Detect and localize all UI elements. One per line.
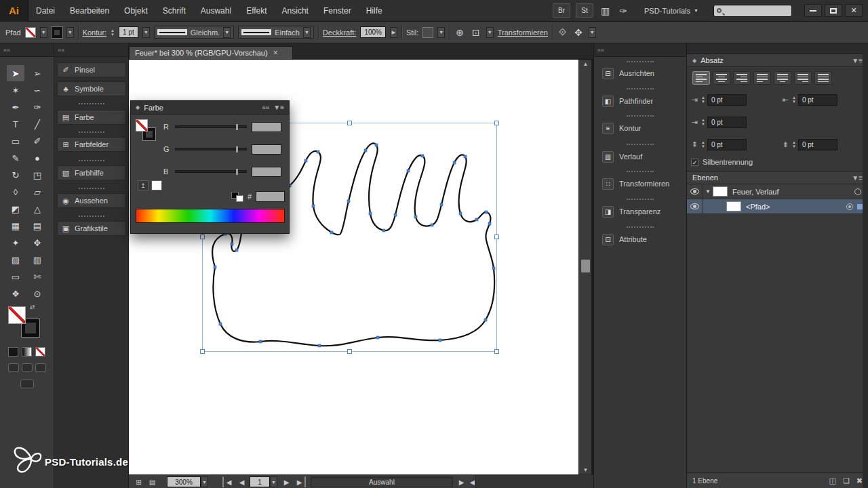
- align-right-button[interactable]: [733, 71, 751, 85]
- close-button[interactable]: ✕: [845, 4, 863, 17]
- stepper-icon[interactable]: ▲▼: [701, 140, 705, 148]
- dock-grip[interactable]: [627, 199, 654, 200]
- target-circle-selected-icon[interactable]: [846, 203, 853, 210]
- justify-last-center-button[interactable]: [774, 71, 791, 85]
- maximize-button[interactable]: [825, 4, 842, 17]
- handle-middle-left[interactable]: [200, 235, 205, 239]
- panel-button-verlauf[interactable]: ▥ Verlauf: [598, 148, 684, 165]
- gradient-button[interactable]: [22, 347, 32, 357]
- dock-grip[interactable]: [627, 115, 654, 117]
- prev-artboard-icon[interactable]: ◀: [236, 476, 248, 487]
- visibility-cell[interactable]: [687, 184, 703, 199]
- align-center-button[interactable]: [713, 71, 730, 85]
- isolate-icon[interactable]: ⟐: [557, 26, 568, 38]
- panel-button-farbhilfe[interactable]: ▧ Farbhilfe: [57, 165, 126, 180]
- artboard-number-field[interactable]: 1: [250, 476, 270, 487]
- farbe-panel[interactable]: ◆ Farbe «« ▼≡ R G B ↥ #: [130, 100, 290, 234]
- space-after-field[interactable]: 0 pt: [798, 139, 837, 150]
- hyphenation-checkbox[interactable]: ✓: [691, 159, 698, 166]
- layer-thumbnail[interactable]: [726, 201, 741, 211]
- rotate-tool[interactable]: ↻: [7, 167, 24, 183]
- gradient-tool[interactable]: ▤: [28, 218, 46, 234]
- zoom-tool[interactable]: ⊙: [28, 285, 46, 302]
- blue-value-field[interactable]: [252, 167, 281, 177]
- visibility-cell[interactable]: [687, 199, 703, 214]
- panel-button-pathfinder[interactable]: ◧ Pathfinder: [598, 93, 684, 109]
- last-artboard-icon[interactable]: ▶: [294, 476, 306, 487]
- stil-swatch[interactable]: [422, 27, 433, 38]
- justify-last-right-button[interactable]: [794, 71, 812, 85]
- dock-grip[interactable]: [627, 144, 654, 145]
- first-line-indent-field[interactable]: 0 pt: [707, 117, 747, 128]
- magic-wand-tool[interactable]: ✶: [7, 82, 24, 98]
- vertical-scroll-thumb[interactable]: [581, 260, 590, 272]
- panel-button-transformieren[interactable]: ∷ Transformieren: [598, 176, 684, 192]
- handle-top-right[interactable]: [494, 121, 499, 125]
- space-before-field[interactable]: 0 pt: [707, 139, 747, 150]
- menu-objekt[interactable]: Objekt: [117, 0, 155, 22]
- justify-all-button[interactable]: [814, 71, 832, 85]
- perspective-grid-tool[interactable]: △: [28, 201, 46, 217]
- artboard-tool[interactable]: ▭: [7, 268, 24, 285]
- document-info-icon[interactable]: ▤: [146, 476, 158, 487]
- right-dock-header[interactable]: [687, 43, 868, 54]
- status-field[interactable]: Auswahl: [311, 476, 453, 487]
- deckkraft-dropdown-icon[interactable]: ▶: [390, 27, 397, 38]
- dock-grip[interactable]: [627, 88, 654, 89]
- red-slider[interactable]: [175, 125, 247, 128]
- layer-row-pfad[interactable]: <Pfad>: [687, 199, 868, 214]
- panel-button-transparenz[interactable]: ◨ Transparenz: [598, 203, 684, 220]
- line-tool[interactable]: ╱: [28, 116, 46, 132]
- more-options-dropdown-icon[interactable]: ▼: [589, 27, 596, 38]
- width-tool[interactable]: ◊: [7, 184, 24, 200]
- eyedropper-tool[interactable]: ✦: [7, 235, 24, 251]
- scale-tool[interactable]: ◳: [28, 167, 46, 183]
- selection-tool[interactable]: ➤: [7, 65, 24, 81]
- green-slider[interactable]: [175, 148, 247, 150]
- tab-close-icon[interactable]: ×: [273, 48, 278, 58]
- target-circle-icon[interactable]: [854, 188, 861, 195]
- stroke-dropdown-icon[interactable]: ▼: [66, 27, 74, 38]
- deckkraft-link[interactable]: Deckkraft:: [323, 28, 357, 37]
- dock-grip[interactable]: [79, 103, 104, 104]
- slice-tool[interactable]: ✄: [28, 268, 46, 285]
- handle-bottom-left[interactable]: [200, 349, 205, 354]
- stepper-icon[interactable]: ▲▼: [701, 96, 705, 104]
- pencil-tool[interactable]: ✎: [7, 150, 24, 166]
- dock-grip[interactable]: [627, 171, 654, 172]
- handle-bottom-middle[interactable]: [347, 349, 352, 354]
- draw-behind-button[interactable]: [22, 363, 33, 372]
- dock-grip[interactable]: [627, 226, 654, 228]
- search-input[interactable]: [724, 7, 789, 14]
- add-anchor-point-tool[interactable]: ✑: [28, 99, 46, 115]
- paintbrush-tool[interactable]: ✐: [28, 133, 46, 149]
- panel-button-ausrichten[interactable]: ⊟ Ausrichten: [598, 65, 684, 81]
- kontur-value-field[interactable]: 1 pt: [119, 26, 138, 38]
- layer-name[interactable]: Feuer, Verlauf: [732, 188, 854, 196]
- left-indent-field[interactable]: 0 pt: [707, 94, 747, 106]
- stepper-icon[interactable]: ▲▼: [701, 118, 705, 126]
- menu-auswahl[interactable]: Auswahl: [193, 0, 239, 22]
- layer-name[interactable]: <Pfad>: [746, 203, 846, 211]
- black-white-swatches[interactable]: [231, 192, 245, 202]
- screen-mode-button[interactable]: [20, 380, 34, 388]
- panel-button-farbe[interactable]: ▤ Farbe: [57, 110, 126, 125]
- stroke-swatch[interactable]: [52, 27, 62, 38]
- hand-tool[interactable]: ❖: [7, 285, 24, 302]
- collapse-icon[interactable]: ««: [262, 104, 269, 111]
- panel-button-aussehen[interactable]: ◉ Aussehen: [57, 193, 126, 208]
- blue-slider[interactable]: [175, 170, 247, 173]
- new-layer-icon[interactable]: ❏: [843, 476, 850, 485]
- dock-grip[interactable]: [79, 131, 104, 133]
- absatz-panel-tab[interactable]: ◆ Absatz ▼≡: [687, 54, 868, 67]
- type-tool[interactable]: T: [7, 116, 24, 132]
- align-dropdown-icon[interactable]: ▼: [486, 27, 494, 38]
- search-box[interactable]: [713, 5, 792, 17]
- delete-layer-icon[interactable]: ✖: [856, 476, 863, 485]
- brush-dropdown[interactable]: Einfach ▼: [238, 26, 314, 39]
- scroll-down-icon[interactable]: ▼: [579, 466, 592, 474]
- right-indent-field[interactable]: 0 pt: [798, 94, 837, 106]
- panel-button-attribute[interactable]: ⊡ Attribute: [598, 231, 684, 247]
- dock-grip[interactable]: [79, 188, 104, 189]
- menu-datei[interactable]: Datei: [28, 0, 62, 22]
